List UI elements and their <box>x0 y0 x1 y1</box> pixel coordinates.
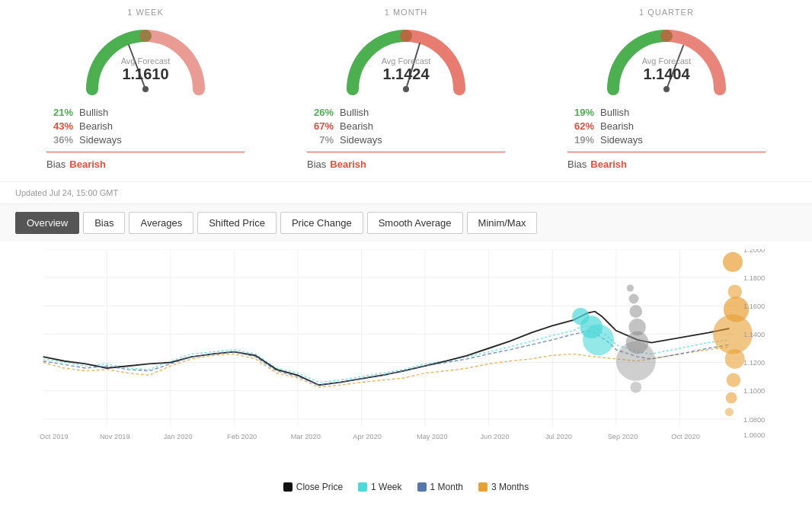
bearish-pct-1month: 67% <box>307 120 334 132</box>
forecast-card-1month: 1 MONTH Avg Forecast 1.1424 26% Bullish … <box>292 8 520 174</box>
bearish-label-1month: Bearish <box>340 120 373 132</box>
legend-label-close-price: Close Price <box>296 482 343 492</box>
updated-text: Updated Jul 24, 15:00 GMT <box>15 188 118 197</box>
bearish-pct-1week: 43% <box>46 120 73 132</box>
period-label-1week: 1 WEEK <box>127 8 164 17</box>
tab-shifted-price[interactable]: Shifted Price <box>197 212 277 234</box>
bias-row-1quarter: Bias Bearish <box>567 159 766 170</box>
svg-text:May 2020: May 2020 <box>417 433 448 441</box>
legend-label-3months: 3 Months <box>491 482 529 492</box>
tab-smooth-average[interactable]: Smooth Average <box>367 212 463 234</box>
bullish-label-1week: Bullish <box>79 107 108 118</box>
svg-text:Jan 2020: Jan 2020 <box>164 433 193 441</box>
svg-text:1.1200: 1.1200 <box>743 359 765 367</box>
svg-point-37 <box>725 349 745 369</box>
period-label-1month: 1 MONTH <box>385 8 428 17</box>
svg-point-39 <box>726 392 737 404</box>
bearish-pct-1quarter: 62% <box>567 120 594 132</box>
forecast-section: 1 WEEK <box>0 0 812 182</box>
tab-overview[interactable]: Overview <box>15 212 79 234</box>
svg-point-5 <box>663 86 670 92</box>
legend-1month: 1 Month <box>417 482 463 492</box>
forecast-card-1quarter: 1 QUARTER Avg Forecast 1.1404 19% Bullis… <box>552 8 781 174</box>
gauge-label-1quarter: Avg Forecast 1.1404 <box>642 56 692 83</box>
updated-bar: Updated Jul 24, 15:00 GMT <box>0 182 812 204</box>
sideways-pct-1week: 36% <box>46 134 73 146</box>
svg-text:Mar 2020: Mar 2020 <box>291 433 321 441</box>
forecast-card-1week: 1 WEEK <box>31 8 260 174</box>
bullish-pct-1quarter: 19% <box>567 107 594 118</box>
tab-averages[interactable]: Averages <box>129 212 193 234</box>
svg-text:1.0600: 1.0600 <box>743 431 765 439</box>
svg-point-31 <box>616 341 656 381</box>
tab-bias[interactable]: Bias <box>83 212 125 234</box>
svg-point-3 <box>403 86 409 92</box>
tab-price-change[interactable]: Price Change <box>280 212 363 234</box>
svg-text:1.1600: 1.1600 <box>743 303 765 310</box>
legend-label-1week: 1 Week <box>371 482 401 492</box>
divider-1month <box>307 152 505 152</box>
legend-dot-close-price <box>283 482 293 492</box>
svg-text:Feb 2020: Feb 2020 <box>227 433 257 441</box>
tabs-bar: Overview Bias Averages Shifted Price Pri… <box>0 204 812 242</box>
gauge-label-1week: Avg Forecast 1.1610 <box>121 56 171 83</box>
svg-text:1.2000: 1.2000 <box>743 249 765 254</box>
divider-1week <box>46 152 245 152</box>
svg-point-25 <box>583 324 614 355</box>
sideways-label-1quarter: Sideways <box>600 134 643 146</box>
legend-3months: 3 Months <box>478 482 529 492</box>
divider-1quarter <box>567 152 766 152</box>
bias-row-1month: Bias Bearish <box>307 159 505 170</box>
svg-text:1.1000: 1.1000 <box>743 387 765 395</box>
svg-text:1.1400: 1.1400 <box>743 331 765 338</box>
svg-text:Jul 2020: Jul 2020 <box>545 433 572 441</box>
bearish-label-1week: Bearish <box>79 120 113 132</box>
svg-point-38 <box>727 373 741 388</box>
legend-dot-1month <box>417 482 427 492</box>
svg-text:Jun 2020: Jun 2020 <box>481 433 510 441</box>
gauge-1quarter: Avg Forecast 1.1404 <box>598 21 735 97</box>
chart-area: 1.2000 1.1800 1.1600 1.1400 1.1200 1.100… <box>0 242 812 478</box>
bullish-label-1month: Bullish <box>340 107 369 118</box>
legend-close-price: Close Price <box>283 482 343 492</box>
chart-legend: Close Price 1 Week 1 Month 3 Months <box>0 478 812 496</box>
svg-point-40 <box>725 408 734 416</box>
svg-text:Oct 2020: Oct 2020 <box>671 433 700 441</box>
legend-dot-3months <box>478 482 488 492</box>
main-chart: 1.2000 1.1800 1.1600 1.1400 1.1200 1.100… <box>15 249 797 447</box>
gauge-1week: Avg Forecast 1.1610 <box>77 21 214 97</box>
svg-point-34 <box>728 284 743 299</box>
sideways-pct-1month: 7% <box>307 134 334 146</box>
svg-point-26 <box>627 284 634 291</box>
svg-point-32 <box>630 382 641 393</box>
svg-text:Nov 2019: Nov 2019 <box>100 433 130 441</box>
period-label-1quarter: 1 QUARTER <box>639 8 694 17</box>
legend-dot-1week <box>358 482 367 492</box>
tab-minim-max[interactable]: Minim/Max <box>467 212 538 234</box>
svg-point-28 <box>629 305 642 318</box>
svg-point-33 <box>723 252 743 272</box>
svg-text:1.0800: 1.0800 <box>743 416 765 424</box>
bias-row-1week: Bias Bearish <box>46 159 245 170</box>
legend-1week: 1 Week <box>358 482 401 492</box>
bullish-pct-1week: 21% <box>46 107 73 118</box>
svg-point-27 <box>629 294 639 304</box>
legend-label-1month: 1 Month <box>430 482 463 492</box>
svg-text:Oct 2019: Oct 2019 <box>40 433 69 441</box>
bearish-label-1quarter: Bearish <box>600 120 634 132</box>
sideways-pct-1quarter: 19% <box>567 134 594 146</box>
svg-text:1.1800: 1.1800 <box>743 274 765 282</box>
sideways-label-1month: Sideways <box>340 134 382 146</box>
sideways-label-1week: Sideways <box>79 134 122 146</box>
svg-text:Apr 2020: Apr 2020 <box>353 433 382 441</box>
gauge-label-1month: Avg Forecast 1.1424 <box>382 56 431 83</box>
svg-text:Sep 2020: Sep 2020 <box>608 433 638 441</box>
stats-1quarter: 19% Bullish 62% Bearish 19% Sideways Bia… <box>552 101 781 174</box>
gauge-1month: Avg Forecast 1.1424 <box>337 21 475 97</box>
stats-1month: 26% Bullish 67% Bearish 7% Sideways Bias… <box>292 101 520 174</box>
stats-1week: 21% Bullish 43% Bearish 36% Sideways Bia… <box>31 101 260 174</box>
bullish-pct-1month: 26% <box>307 107 334 118</box>
bullish-label-1quarter: Bullish <box>600 107 629 118</box>
svg-point-1 <box>142 86 149 92</box>
